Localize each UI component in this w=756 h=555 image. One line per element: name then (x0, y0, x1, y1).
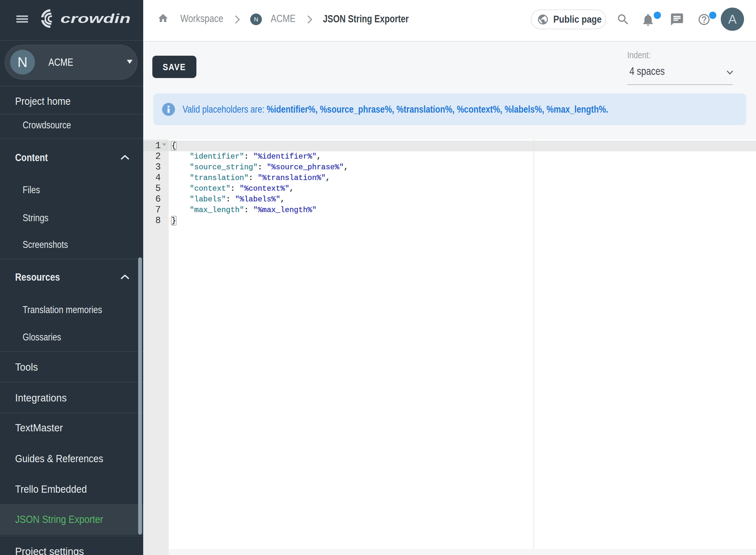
svg-text:crowdin: crowdin (60, 12, 131, 26)
